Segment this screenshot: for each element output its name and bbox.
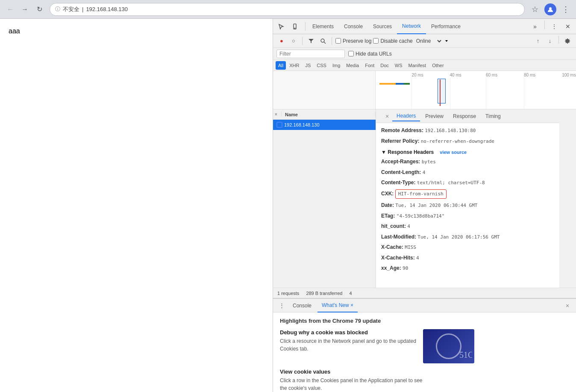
- reload-button[interactable]: ↻: [33, 3, 45, 15]
- protocol-label: 不安全: [63, 6, 79, 13]
- search-button[interactable]: [318, 36, 328, 46]
- accept-ranges-key: Accept-Ranges:: [381, 159, 422, 165]
- hit-count-val: 4: [407, 224, 410, 229]
- request-type-icon: [276, 122, 282, 128]
- accept-ranges-row: Accept-Ranges: bytes: [381, 158, 554, 166]
- disable-cache-checkbox-label[interactable]: Disable cache: [373, 38, 412, 44]
- clear-button[interactable]: ○: [288, 36, 299, 46]
- etag-val: "4-59c138d8ba714": [397, 213, 445, 219]
- filter-input[interactable]: [276, 50, 345, 58]
- preserve-log-checkbox-label[interactable]: Preserve log: [335, 38, 371, 44]
- security-icon: ⓘ: [55, 6, 60, 13]
- bottom-panel: ⋮ Console What's New × × Highlights from…: [273, 298, 576, 392]
- bookmark-button[interactable]: ☆: [529, 3, 541, 15]
- toolbar-divider-3: [558, 36, 559, 44]
- h-tab-headers[interactable]: Headers: [392, 111, 420, 121]
- tick-line-40: [450, 78, 450, 109]
- wn-thumb-logo-icon: 51CTO: [459, 348, 472, 361]
- tab-network[interactable]: Network: [397, 19, 426, 34]
- disable-cache-checkbox[interactable]: [373, 38, 379, 44]
- referrer-policy-val: no-referrer-when-downgrade: [421, 139, 494, 144]
- timeline-bar-yellow: [379, 83, 396, 85]
- record-button[interactable]: ●: [276, 36, 287, 46]
- address-bar[interactable]: ⓘ 不安全 | 192.168.148.130: [50, 3, 525, 16]
- request-list-body: 192.168.148.130: [273, 120, 376, 288]
- b-tab-console[interactable]: Console: [288, 299, 316, 312]
- b-tab-whats-new[interactable]: What's New ×: [317, 299, 358, 312]
- timeline-ticks: 20 ms 40 ms 60 ms 80 ms 100 ms: [376, 73, 576, 80]
- timeline-outer: 20 ms 40 ms 60 ms 80 ms 100 ms: [273, 71, 576, 109]
- type-btn-manifest[interactable]: Manifest: [406, 61, 429, 70]
- type-btn-xhr[interactable]: XHR: [287, 61, 302, 70]
- export-button[interactable]: ↓: [545, 36, 555, 46]
- wn-item-1-text: Debug why a cookie was blocked Click a r…: [280, 329, 416, 363]
- filter-icon-button[interactable]: [306, 36, 316, 46]
- h-tab-response[interactable]: Response: [449, 112, 480, 121]
- headers-tabs: × Headers Preview Response Timing: [376, 109, 559, 123]
- content-type-key: Content-Type:: [381, 180, 417, 186]
- throttle-select[interactable]: Online Fast 3G Slow 3G Offline: [414, 38, 443, 44]
- view-source-link[interactable]: view source: [440, 150, 467, 155]
- network-settings-button[interactable]: [562, 36, 573, 46]
- transferred-size: 289 B transferred: [306, 291, 342, 296]
- tab-elements[interactable]: Elements: [307, 19, 339, 34]
- more-tabs-button[interactable]: »: [529, 21, 541, 32]
- wn-thumb-circle: [436, 333, 461, 359]
- hide-data-urls-text: Hide data URLs: [356, 51, 392, 57]
- whats-new-title: Highlights from the Chrome 79 update: [280, 318, 569, 324]
- toolbar-divider-2: [332, 37, 332, 45]
- hide-data-urls-checkbox[interactable]: [348, 51, 354, 56]
- menu-button[interactable]: ⋮: [560, 3, 572, 15]
- hit-count-row: hit_count: 4: [381, 222, 554, 230]
- close-col-header[interactable]: ×: [273, 112, 282, 117]
- tick-80ms: 80 ms: [524, 73, 535, 77]
- last-modified-key: Last-Modified:: [381, 234, 417, 240]
- type-btn-font[interactable]: Font: [362, 61, 377, 70]
- content-length-row: Content-Length: 4: [381, 168, 554, 177]
- type-btn-other[interactable]: Other: [429, 61, 447, 70]
- import-button[interactable]: ↑: [533, 36, 543, 46]
- tab-performance[interactable]: Performance: [426, 19, 466, 34]
- page-content: aaa: [0, 19, 273, 44]
- svg-text:51CTO: 51CTO: [459, 350, 472, 360]
- cursor-icon-button[interactable]: [275, 21, 287, 32]
- forward-button[interactable]: →: [19, 3, 31, 15]
- tab-sources[interactable]: Sources: [368, 19, 397, 34]
- throttle-chevron-icon: [444, 39, 449, 43]
- bottom-panel-close[interactable]: ×: [562, 301, 573, 311]
- headers-panel: × Headers Preview Response Timing Remote…: [376, 109, 559, 288]
- hide-data-urls-label[interactable]: Hide data URLs: [348, 51, 392, 57]
- date-val: Tue, 14 Jan 2020 06:30:44 GMT: [395, 203, 477, 208]
- type-btn-img[interactable]: Img: [330, 61, 343, 70]
- url-separator: |: [82, 6, 83, 12]
- name-col-header: Name: [282, 112, 376, 117]
- bottom-menu-button[interactable]: ⋮: [276, 301, 287, 311]
- preserve-log-checkbox[interactable]: [335, 38, 341, 44]
- x-cache-val: MISS: [405, 245, 416, 250]
- x-cache-key: X-Cache:: [381, 244, 405, 250]
- tab-console[interactable]: Console: [339, 19, 368, 34]
- type-btn-js[interactable]: JS: [303, 61, 313, 70]
- type-btn-all[interactable]: All: [276, 61, 286, 70]
- xx-age-row: xx_Age: 90: [381, 264, 554, 272]
- devtools-menu-button[interactable]: ⋮: [548, 21, 560, 32]
- last-modified-row: Last-Modified: Tue, 14 Jan 2020 06:17:56…: [381, 233, 554, 241]
- type-btn-css[interactable]: CSS: [314, 61, 329, 70]
- devtools-close-button[interactable]: ✕: [562, 21, 574, 32]
- throttle-group: Online Fast 3G Slow 3G Offline: [414, 38, 449, 44]
- request-row-1[interactable]: 192.168.148.130: [273, 120, 376, 130]
- profile-button[interactable]: [544, 3, 556, 15]
- content-type-val: text/html; charset=UTF-8: [417, 180, 485, 186]
- date-key: Date:: [381, 202, 395, 208]
- mobile-icon-button[interactable]: [289, 21, 301, 32]
- type-btn-media[interactable]: Media: [344, 61, 361, 70]
- h-tab-timing[interactable]: Timing: [481, 112, 505, 121]
- preserve-log-label: Preserve log: [343, 38, 371, 44]
- type-btn-ws[interactable]: WS: [392, 61, 405, 70]
- wn-item-2-desc: Click a row in the Cookies panel in the …: [280, 377, 423, 392]
- type-btn-doc[interactable]: Doc: [378, 61, 391, 70]
- back-button[interactable]: ←: [4, 3, 16, 15]
- xx-age-val: 90: [403, 265, 408, 271]
- headers-panel-close[interactable]: ×: [383, 112, 391, 121]
- h-tab-preview[interactable]: Preview: [421, 112, 448, 121]
